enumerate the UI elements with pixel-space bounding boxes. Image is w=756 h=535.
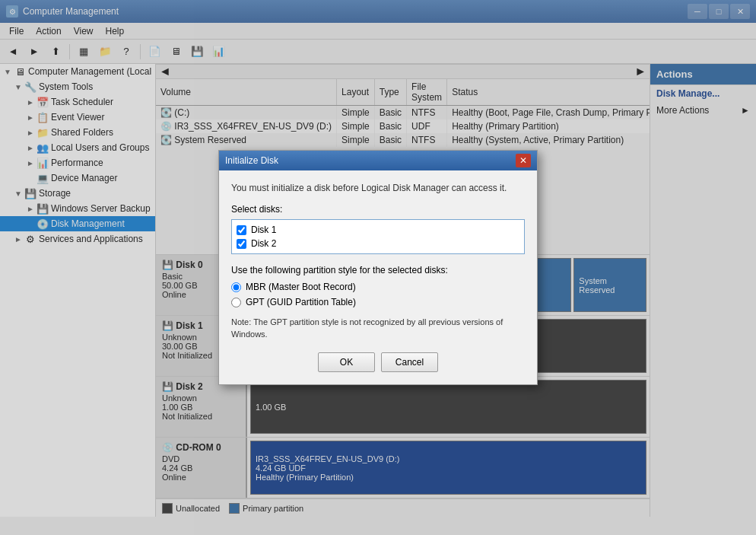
menu-view[interactable]: View	[68, 23, 100, 39]
tree-system-tools[interactable]: ▼ 🔧 System Tools	[0, 79, 155, 94]
tree-task-scheduler[interactable]: ► 📅 Task Scheduler	[0, 94, 155, 110]
menu-action[interactable]: Action	[30, 23, 67, 39]
action-more-actions[interactable]: More Actions ►	[650, 102, 756, 119]
vol-layout: Simple	[337, 106, 375, 120]
tree-localusers-expand[interactable]: ►	[24, 144, 37, 152]
storage-icon: 💾	[24, 187, 37, 199]
gpt-radio[interactable]	[231, 298, 241, 307]
actions-panel: Actions Disk Manage... More Actions ►	[650, 64, 756, 517]
modal-close-button[interactable]: ✕	[516, 154, 531, 167]
disk-part-label: 1.00 GB	[256, 403, 641, 412]
tree-storage[interactable]: ▼ 💾 Storage	[0, 186, 155, 201]
vol-type: Basic	[374, 106, 406, 120]
app-title: Computer Management	[23, 6, 119, 17]
disk-icon: 💽	[160, 107, 172, 118]
cdrom-parts: IR3_SSS_X64FREV_EN-US_DV9 (D:) 4.24 GB U…	[247, 438, 650, 498]
table-row[interactable]: 💽 System Reserved Simple Basic NTFS Heal…	[156, 133, 650, 147]
disk-selection-list: Disk 1 Disk 2	[231, 219, 525, 254]
tree-systemtools-expand[interactable]: ▼	[12, 83, 24, 91]
disk-part-size: 4.24 GB UDF	[256, 463, 641, 473]
vol-type: Basic	[374, 119, 406, 133]
system-tools-icon: 🔧	[24, 81, 37, 93]
tree-services-label: Services and Applications	[39, 234, 143, 244]
toolbar-computer[interactable]: 🖥	[166, 43, 186, 61]
menu-help[interactable]: Help	[100, 23, 131, 39]
tree-storage-expand[interactable]: ▼	[12, 189, 24, 198]
disk-2-item-label: Disk 2	[251, 238, 276, 249]
toolbar-export[interactable]: 📄	[145, 43, 164, 61]
mbr-radio[interactable]	[231, 282, 241, 292]
modal-title: Initialize Disk	[225, 155, 278, 166]
tree-root[interactable]: ▼ 🖥 Computer Management (Local	[0, 64, 155, 79]
disk-1-item: Disk 1	[237, 223, 519, 237]
actions-section-disk: Disk Manage... More Actions ►	[650, 84, 756, 119]
nav-right-arrow[interactable]: ►	[634, 65, 646, 78]
tree-disk-expand	[24, 220, 37, 228]
action-disk-manage[interactable]: Disk Manage...	[650, 85, 756, 102]
toolbar-back[interactable]: ◄	[3, 43, 23, 61]
computer-icon: 🖥	[14, 65, 26, 78]
toolbar-forward[interactable]: ►	[24, 43, 44, 61]
tree-local-users[interactable]: ► 👥 Local Users and Groups	[0, 140, 155, 155]
table-row[interactable]: 💿 IR3_SSS_X64FREV_EN-US_DV9 (D:) Simple …	[156, 119, 650, 133]
tree-performance[interactable]: ► 📊 Performance	[0, 155, 155, 170]
legend-unallocated: Unallocated	[162, 503, 220, 514]
tree-root-expand[interactable]: ▼	[2, 68, 14, 76]
tree-event-expand[interactable]: ►	[24, 113, 37, 122]
toolbar-chart[interactable]: 📊	[208, 43, 228, 61]
tree-services-expand[interactable]: ►	[12, 235, 24, 244]
tree-task-expand[interactable]: ►	[24, 98, 37, 107]
event-viewer-icon: 📋	[37, 111, 49, 123]
tree-event-label: Event Viewer	[51, 112, 104, 123]
cdrom-size: 4.24 GB	[162, 463, 192, 473]
more-actions-arrow: ►	[741, 105, 750, 116]
gpt-option: GPT (GUID Partition Table)	[231, 297, 525, 307]
tree-shared-folders[interactable]: ► 📁 Shared Folders	[0, 125, 155, 140]
actions-header: Actions	[650, 64, 756, 84]
modal-button-group: OK Cancel	[231, 352, 525, 372]
vol-fs: UDF	[407, 119, 447, 133]
toolbar-help[interactable]: ?	[116, 43, 136, 61]
disk-1-checkbox[interactable]	[237, 225, 246, 235]
app-icon: ⚙	[6, 5, 18, 18]
disk-2-part-unalloc[interactable]: 1.00 GB	[250, 380, 646, 434]
tree-backup-expand[interactable]: ►	[24, 205, 37, 213]
device-manager-icon: 💻	[37, 172, 49, 184]
maximize-button[interactable]: □	[709, 4, 729, 19]
title-bar-controls: ─ □ ✕	[688, 4, 750, 19]
modal-ok-button[interactable]: OK	[318, 352, 375, 372]
tree-disk-management[interactable]: 💿 Disk Management	[0, 216, 155, 231]
menu-file[interactable]: File	[3, 23, 30, 39]
close-button[interactable]: ✕	[730, 4, 750, 19]
vol-status: Healthy (System, Active, Primary Partiti…	[447, 133, 650, 147]
cdrom-part[interactable]: IR3_SSS_X64FREV_EN-US_DV9 (D:) 4.24 GB U…	[250, 441, 646, 495]
disk-2-checkbox[interactable]	[237, 239, 246, 249]
tree-backup[interactable]: ► 💾 Windows Server Backup	[0, 201, 155, 216]
vol-fs: NTFS	[407, 106, 447, 120]
disk-0-part-reserved[interactable]: System Reserved	[573, 258, 646, 312]
tree-task-label: Task Scheduler	[51, 97, 113, 107]
toolbar-new[interactable]: 📁	[95, 43, 115, 61]
minimize-button[interactable]: ─	[688, 4, 707, 19]
disk-management-icon: 💿	[37, 218, 49, 230]
disk-2-status: Not Initialized	[162, 412, 212, 421]
tree-event-viewer[interactable]: ► 📋 Event Viewer	[0, 110, 155, 125]
toolbar-save[interactable]: 💾	[187, 43, 207, 61]
vol-layout: Simple	[337, 119, 375, 133]
table-row[interactable]: 💽 (C:) Simple Basic NTFS Healthy (Boot, …	[156, 106, 650, 120]
col-filesystem: File System	[407, 79, 447, 106]
toolbar-up[interactable]: ⬆	[46, 43, 65, 61]
toolbar-sep2	[140, 44, 141, 59]
modal-cancel-button[interactable]: Cancel	[381, 352, 438, 372]
toolbar-show-hide[interactable]: ▦	[74, 43, 94, 61]
tree-services[interactable]: ► ⚙ Services and Applications	[0, 231, 155, 247]
vol-name: 💽 System Reserved	[156, 133, 337, 147]
toolbar-sep1	[69, 44, 70, 59]
tree-shared-expand[interactable]: ►	[24, 129, 37, 137]
tree-perf-expand[interactable]: ►	[24, 159, 37, 167]
gpt-label: GPT (GUID Partition Table)	[246, 297, 356, 307]
vol-fs: NTFS	[407, 133, 447, 147]
tree-device-manager[interactable]: 💻 Device Manager	[0, 170, 155, 186]
modal-note: Note: The GPT partition style is not rec…	[231, 317, 525, 340]
nav-left-arrow[interactable]: ◄	[159, 65, 171, 78]
